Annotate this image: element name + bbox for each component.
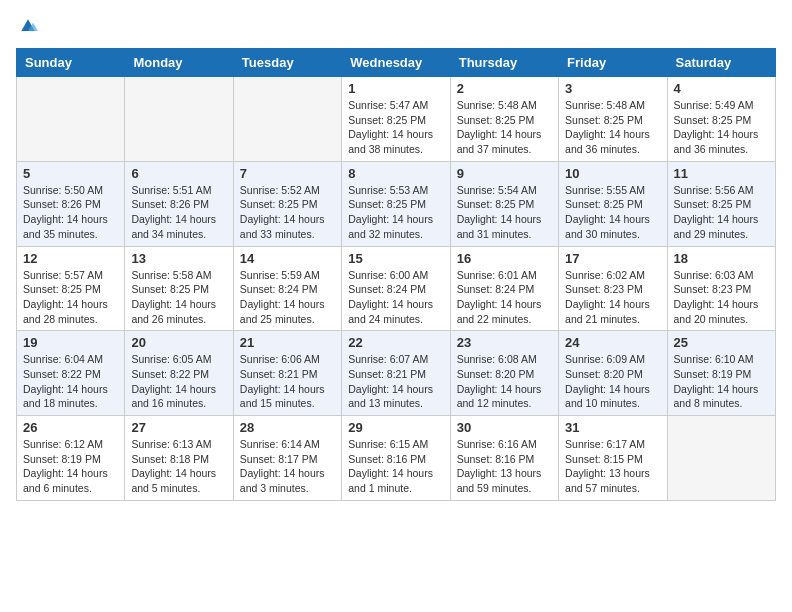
day-number: 14 xyxy=(240,251,335,266)
day-number: 1 xyxy=(348,81,443,96)
empty-cell xyxy=(667,416,775,501)
day-info: Sunrise: 5:57 AM Sunset: 8:25 PM Dayligh… xyxy=(23,268,118,327)
calendar-week-2: 5Sunrise: 5:50 AM Sunset: 8:26 PM Daylig… xyxy=(17,161,776,246)
calendar-day-18: 18Sunrise: 6:03 AM Sunset: 8:23 PM Dayli… xyxy=(667,246,775,331)
day-info: Sunrise: 6:17 AM Sunset: 8:15 PM Dayligh… xyxy=(565,437,660,496)
calendar-day-12: 12Sunrise: 5:57 AM Sunset: 8:25 PM Dayli… xyxy=(17,246,125,331)
day-info: Sunrise: 5:58 AM Sunset: 8:25 PM Dayligh… xyxy=(131,268,226,327)
calendar-day-4: 4Sunrise: 5:49 AM Sunset: 8:25 PM Daylig… xyxy=(667,77,775,162)
calendar-day-24: 24Sunrise: 6:09 AM Sunset: 8:20 PM Dayli… xyxy=(559,331,667,416)
calendar-day-1: 1Sunrise: 5:47 AM Sunset: 8:25 PM Daylig… xyxy=(342,77,450,162)
day-info: Sunrise: 6:12 AM Sunset: 8:19 PM Dayligh… xyxy=(23,437,118,496)
day-info: Sunrise: 6:03 AM Sunset: 8:23 PM Dayligh… xyxy=(674,268,769,327)
calendar-day-23: 23Sunrise: 6:08 AM Sunset: 8:20 PM Dayli… xyxy=(450,331,558,416)
calendar-day-6: 6Sunrise: 5:51 AM Sunset: 8:26 PM Daylig… xyxy=(125,161,233,246)
calendar-day-22: 22Sunrise: 6:07 AM Sunset: 8:21 PM Dayli… xyxy=(342,331,450,416)
day-info: Sunrise: 5:47 AM Sunset: 8:25 PM Dayligh… xyxy=(348,98,443,157)
calendar-week-3: 12Sunrise: 5:57 AM Sunset: 8:25 PM Dayli… xyxy=(17,246,776,331)
calendar-day-28: 28Sunrise: 6:14 AM Sunset: 8:17 PM Dayli… xyxy=(233,416,341,501)
header-day-wednesday: Wednesday xyxy=(342,49,450,77)
day-info: Sunrise: 5:54 AM Sunset: 8:25 PM Dayligh… xyxy=(457,183,552,242)
day-info: Sunrise: 6:05 AM Sunset: 8:22 PM Dayligh… xyxy=(131,352,226,411)
header-row: SundayMondayTuesdayWednesdayThursdayFrid… xyxy=(17,49,776,77)
calendar-day-21: 21Sunrise: 6:06 AM Sunset: 8:21 PM Dayli… xyxy=(233,331,341,416)
calendar-week-4: 19Sunrise: 6:04 AM Sunset: 8:22 PM Dayli… xyxy=(17,331,776,416)
day-number: 2 xyxy=(457,81,552,96)
day-info: Sunrise: 6:07 AM Sunset: 8:21 PM Dayligh… xyxy=(348,352,443,411)
day-info: Sunrise: 6:16 AM Sunset: 8:16 PM Dayligh… xyxy=(457,437,552,496)
day-info: Sunrise: 6:04 AM Sunset: 8:22 PM Dayligh… xyxy=(23,352,118,411)
day-number: 22 xyxy=(348,335,443,350)
day-number: 5 xyxy=(23,166,118,181)
empty-cell xyxy=(17,77,125,162)
header-day-friday: Friday xyxy=(559,49,667,77)
day-info: Sunrise: 6:01 AM Sunset: 8:24 PM Dayligh… xyxy=(457,268,552,327)
day-number: 13 xyxy=(131,251,226,266)
header-day-thursday: Thursday xyxy=(450,49,558,77)
day-info: Sunrise: 5:50 AM Sunset: 8:26 PM Dayligh… xyxy=(23,183,118,242)
day-info: Sunrise: 5:49 AM Sunset: 8:25 PM Dayligh… xyxy=(674,98,769,157)
header-day-tuesday: Tuesday xyxy=(233,49,341,77)
day-info: Sunrise: 5:48 AM Sunset: 8:25 PM Dayligh… xyxy=(457,98,552,157)
day-number: 3 xyxy=(565,81,660,96)
calendar-day-20: 20Sunrise: 6:05 AM Sunset: 8:22 PM Dayli… xyxy=(125,331,233,416)
calendar-day-3: 3Sunrise: 5:48 AM Sunset: 8:25 PM Daylig… xyxy=(559,77,667,162)
calendar-day-10: 10Sunrise: 5:55 AM Sunset: 8:25 PM Dayli… xyxy=(559,161,667,246)
empty-cell xyxy=(125,77,233,162)
day-info: Sunrise: 5:56 AM Sunset: 8:25 PM Dayligh… xyxy=(674,183,769,242)
calendar-day-11: 11Sunrise: 5:56 AM Sunset: 8:25 PM Dayli… xyxy=(667,161,775,246)
day-number: 6 xyxy=(131,166,226,181)
day-info: Sunrise: 6:13 AM Sunset: 8:18 PM Dayligh… xyxy=(131,437,226,496)
day-number: 29 xyxy=(348,420,443,435)
day-info: Sunrise: 5:48 AM Sunset: 8:25 PM Dayligh… xyxy=(565,98,660,157)
calendar-day-19: 19Sunrise: 6:04 AM Sunset: 8:22 PM Dayli… xyxy=(17,331,125,416)
day-number: 28 xyxy=(240,420,335,435)
page-header xyxy=(16,16,776,36)
day-number: 17 xyxy=(565,251,660,266)
day-number: 30 xyxy=(457,420,552,435)
day-number: 23 xyxy=(457,335,552,350)
calendar-day-27: 27Sunrise: 6:13 AM Sunset: 8:18 PM Dayli… xyxy=(125,416,233,501)
day-info: Sunrise: 6:06 AM Sunset: 8:21 PM Dayligh… xyxy=(240,352,335,411)
calendar-day-15: 15Sunrise: 6:00 AM Sunset: 8:24 PM Dayli… xyxy=(342,246,450,331)
calendar-day-13: 13Sunrise: 5:58 AM Sunset: 8:25 PM Dayli… xyxy=(125,246,233,331)
calendar-day-26: 26Sunrise: 6:12 AM Sunset: 8:19 PM Dayli… xyxy=(17,416,125,501)
day-info: Sunrise: 6:14 AM Sunset: 8:17 PM Dayligh… xyxy=(240,437,335,496)
day-info: Sunrise: 6:09 AM Sunset: 8:20 PM Dayligh… xyxy=(565,352,660,411)
day-number: 31 xyxy=(565,420,660,435)
logo-icon xyxy=(18,16,38,36)
day-info: Sunrise: 6:15 AM Sunset: 8:16 PM Dayligh… xyxy=(348,437,443,496)
day-info: Sunrise: 6:10 AM Sunset: 8:19 PM Dayligh… xyxy=(674,352,769,411)
day-number: 25 xyxy=(674,335,769,350)
empty-cell xyxy=(233,77,341,162)
day-number: 21 xyxy=(240,335,335,350)
calendar-day-17: 17Sunrise: 6:02 AM Sunset: 8:23 PM Dayli… xyxy=(559,246,667,331)
day-number: 4 xyxy=(674,81,769,96)
calendar-day-5: 5Sunrise: 5:50 AM Sunset: 8:26 PM Daylig… xyxy=(17,161,125,246)
calendar-day-2: 2Sunrise: 5:48 AM Sunset: 8:25 PM Daylig… xyxy=(450,77,558,162)
logo xyxy=(16,16,38,36)
calendar-day-16: 16Sunrise: 6:01 AM Sunset: 8:24 PM Dayli… xyxy=(450,246,558,331)
calendar-body: 1Sunrise: 5:47 AM Sunset: 8:25 PM Daylig… xyxy=(17,77,776,501)
calendar-day-7: 7Sunrise: 5:52 AM Sunset: 8:25 PM Daylig… xyxy=(233,161,341,246)
calendar-week-5: 26Sunrise: 6:12 AM Sunset: 8:19 PM Dayli… xyxy=(17,416,776,501)
calendar-day-8: 8Sunrise: 5:53 AM Sunset: 8:25 PM Daylig… xyxy=(342,161,450,246)
day-info: Sunrise: 5:55 AM Sunset: 8:25 PM Dayligh… xyxy=(565,183,660,242)
calendar-day-29: 29Sunrise: 6:15 AM Sunset: 8:16 PM Dayli… xyxy=(342,416,450,501)
calendar-table: SundayMondayTuesdayWednesdayThursdayFrid… xyxy=(16,48,776,501)
day-number: 19 xyxy=(23,335,118,350)
day-number: 24 xyxy=(565,335,660,350)
calendar-day-31: 31Sunrise: 6:17 AM Sunset: 8:15 PM Dayli… xyxy=(559,416,667,501)
day-info: Sunrise: 5:52 AM Sunset: 8:25 PM Dayligh… xyxy=(240,183,335,242)
calendar-day-9: 9Sunrise: 5:54 AM Sunset: 8:25 PM Daylig… xyxy=(450,161,558,246)
calendar-day-30: 30Sunrise: 6:16 AM Sunset: 8:16 PM Dayli… xyxy=(450,416,558,501)
calendar-header: SundayMondayTuesdayWednesdayThursdayFrid… xyxy=(17,49,776,77)
day-info: Sunrise: 5:51 AM Sunset: 8:26 PM Dayligh… xyxy=(131,183,226,242)
header-day-sunday: Sunday xyxy=(17,49,125,77)
day-info: Sunrise: 6:08 AM Sunset: 8:20 PM Dayligh… xyxy=(457,352,552,411)
day-number: 20 xyxy=(131,335,226,350)
day-info: Sunrise: 5:53 AM Sunset: 8:25 PM Dayligh… xyxy=(348,183,443,242)
day-number: 11 xyxy=(674,166,769,181)
day-info: Sunrise: 6:02 AM Sunset: 8:23 PM Dayligh… xyxy=(565,268,660,327)
day-info: Sunrise: 6:00 AM Sunset: 8:24 PM Dayligh… xyxy=(348,268,443,327)
